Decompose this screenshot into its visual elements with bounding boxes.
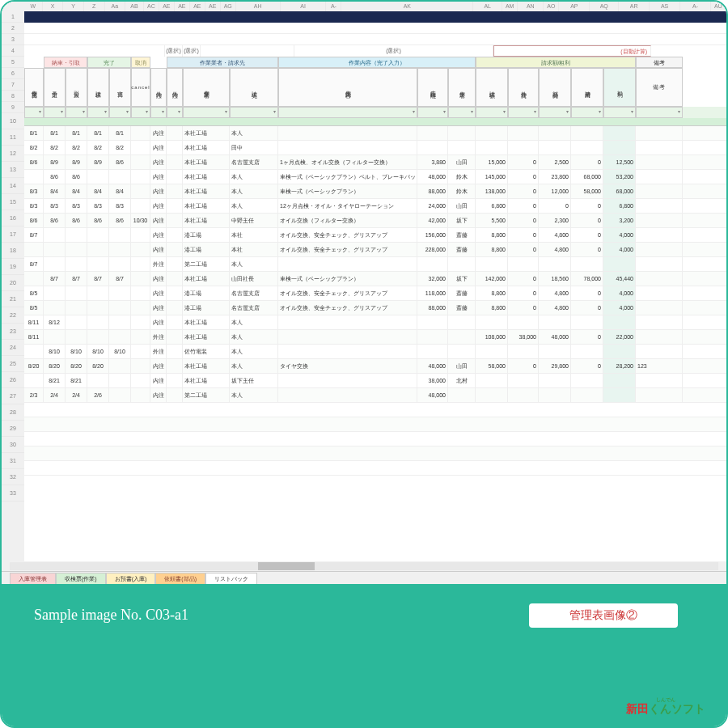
table-row[interactable]: 8/11外注本社工場本人108,00038,00048,000022,000 [24,330,726,345]
row-1-bar [24,11,726,23]
table-row[interactable]: 8/68/6内注本社工場本人車検一式（ベーシックプラン）ベルト、ブレーキパッド、… [24,170,726,184]
tab-deposit[interactable]: お預書(入庫) [106,573,156,585]
table-row[interactable]: 8/18/18/18/18/1内注本社工場本人 [24,126,726,141]
brand-logo: しんでん 新田くんソフト [626,697,705,717]
select-row: (選択) (選択) (選択) (目動計算) [24,45,726,57]
table-row[interactable]: 8/28/28/28/28/2内注本社工場田中 [24,141,726,155]
table-row[interactable]: 8/7外注第二工場本人 [24,257,726,272]
table-row[interactable]: 8/5内注港工場名古屋支店オイル交換、安全チェック、グリスアップ118,000斎… [24,286,726,301]
table-row[interactable]: 8/118/12内注本社工場本人 [24,315,726,330]
table-row[interactable]: 内注港工場本社オイル交換、安全チェック、グリスアップ228,000斎藤8,800… [24,243,726,257]
table-row[interactable]: 8/68/98/98/98/6内注本社工場名古屋支店1ヶ月点検、オイル交換（フィ… [24,155,726,170]
image-badge: 管理表画像② [529,603,678,628]
column-letters: WXYZAaABACAEAEAEAEAGAHAIA-AKALAMANAOAPAQ… [2,2,726,11]
row-numbers: 1234567891011121314151617181920212223242… [2,11,24,561]
table-row[interactable]: 8/208/208/208/20内注本社工場本人タイヤ交換48,000山田58,… [24,359,726,374]
table-row[interactable]: 8/38/48/48/48/4内注本社工場本人車検一式（ベーシックプラン）88,… [24,184,726,199]
table-row[interactable]: 8/108/108/108/10外注佐竹電装本人 [24,345,726,359]
table-row[interactable]: 8/5内注港工場名古屋支店オイル交換、安全チェック、グリスアップ88,000斎藤… [24,301,726,315]
table-row[interactable]: 8/38/38/38/38/3内注本社工場本人12ヶ月点検・オイル・タイヤローテ… [24,199,726,214]
filter-row[interactable] [24,107,726,118]
table-row[interactable]: 2/32/42/42/6内注第二工場本人48,000 [24,388,726,403]
caption-panel: Sample image No. C03-a1 管理表画像② しんでん 新田くん… [2,584,726,728]
table-row[interactable]: 8/68/68/68/68/610/30内注本社工場中野主任オイル交換（フィルタ… [24,214,726,228]
table-row[interactable]: 8/78/78/78/7内注本社工場山田社長車検一式（ベーシックプラン）32,0… [24,272,726,286]
tab-inspection[interactable]: 収検票(作業) [56,573,106,585]
column-headers: 作業完了日 予定日 引渡日 請求日 完了日 cancel 外内注 外内注 作業業… [24,68,726,107]
table-row[interactable]: 8/218/21内注本社工場坂下主任38,000北村 [24,374,726,388]
spreadsheet-grid[interactable]: (選択) (選択) (選択) (目動計算) 納車・引取 完了 取消 作業業者・請… [24,11,726,561]
group-headers: 納車・引取 完了 取消 作業業者・請求先 作業内容（完了入力） 請求額/粗利 備… [24,57,726,68]
horizontal-scrollbar[interactable] [2,561,726,571]
table-row[interactable]: 8/7内注港工場本社オイル交換、安全チェック、グリスアップ156,000斎藤8,… [24,228,726,243]
tab-listback[interactable]: リストバック [205,573,257,585]
sample-label: Sample image No. C03-a1 [34,607,188,624]
tab-request[interactable]: 依頼書(部品) [155,573,205,585]
tab-management[interactable]: 入庫管理表 [10,573,56,585]
